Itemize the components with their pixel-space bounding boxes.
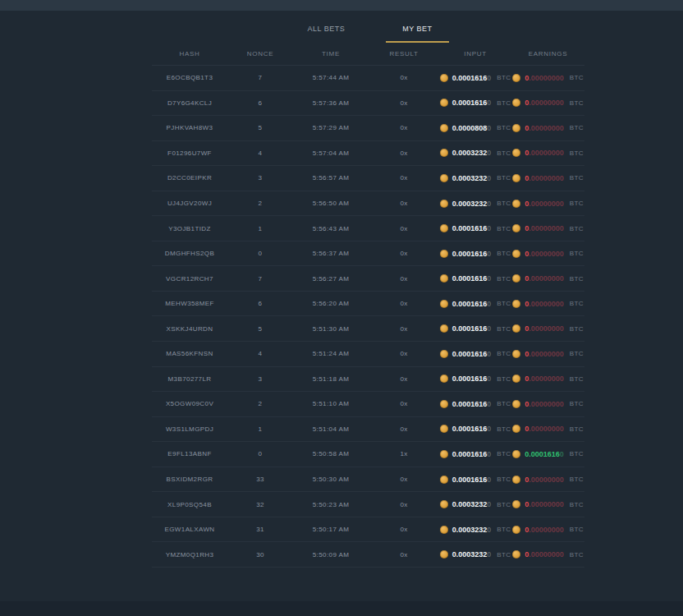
bitcoin-coin-icon xyxy=(512,174,520,182)
table-row: PJHKVAH8W3 5 5:57:29 AM 0x 0.00008080 BT… xyxy=(152,116,584,141)
bet-time: 5:56:37 AM xyxy=(293,250,369,257)
bet-earnings: 0.00000000 BTC xyxy=(511,99,584,107)
earnings-currency-label: BTC xyxy=(570,250,584,257)
earnings-currency-label: BTC xyxy=(570,400,584,407)
bitcoin-coin-icon xyxy=(440,99,448,107)
input-value: 0.00016160 xyxy=(452,350,492,358)
bet-time: 5:56:20 AM xyxy=(293,300,369,307)
bet-earnings: 0.00000000 BTC xyxy=(511,476,584,484)
bet-input: 0.00016160 BTC xyxy=(439,324,511,333)
earnings-currency-label: BTC xyxy=(570,526,584,533)
table-row: BSXIDM2RGR 33 5:50:30 AM 0x 0.00016160 B… xyxy=(152,467,584,493)
bet-input: 0.00016160 BTC xyxy=(439,274,511,283)
earnings-value: 0.00000000 xyxy=(525,74,564,82)
earnings-currency-label: BTC xyxy=(570,450,584,457)
bet-result: 0x xyxy=(369,300,439,307)
bet-time: 5:50:23 AM xyxy=(293,501,369,508)
bitcoin-coin-icon xyxy=(440,500,448,508)
bet-earnings: 0.00000000 BTC xyxy=(511,149,584,157)
input-currency-label: BTC xyxy=(497,526,511,533)
bitcoin-coin-icon xyxy=(440,450,448,458)
bet-hash: EGW1ALXAWN xyxy=(152,526,227,533)
bet-hash: MAS56KFNSN xyxy=(152,350,227,357)
bet-time: 5:56:50 AM xyxy=(293,200,369,207)
earnings-value: 0.00000000 xyxy=(525,174,564,182)
bet-nonce: 30 xyxy=(227,551,293,559)
bet-result: 0x xyxy=(369,149,439,157)
bet-result: 0x xyxy=(369,124,439,131)
earnings-currency-label: BTC xyxy=(570,476,584,483)
bet-result: 0x xyxy=(369,225,439,232)
table-row: MAS56KFNSN 4 5:51:24 AM 0x 0.00016160 BT… xyxy=(152,342,584,367)
bitcoin-coin-icon xyxy=(440,200,448,208)
earnings-currency-label: BTC xyxy=(570,350,584,357)
bet-time: 5:57:36 AM xyxy=(293,99,369,107)
tab-my-bet[interactable]: MY BET xyxy=(386,24,448,43)
earnings-value: 0.00000000 xyxy=(525,375,564,383)
bet-input: 0.00016160 BTC xyxy=(439,224,511,232)
bet-earnings: 0.00000000 BTC xyxy=(511,400,584,408)
input-value: 0.00016160 xyxy=(452,450,492,458)
input-currency-label: BTC xyxy=(497,225,511,232)
earnings-value: 0.00000000 xyxy=(525,550,564,559)
bet-hash: BSXIDM2RGR xyxy=(152,476,227,483)
bet-nonce: 1 xyxy=(227,425,293,433)
column-header-result: RESULT xyxy=(369,50,439,57)
bet-input: 0.00032320 BTC xyxy=(439,149,511,157)
bet-nonce: 7 xyxy=(227,275,293,283)
table-row: E9FL13ABNF 0 5:50:58 AM 1x 0.00016160 BT… xyxy=(152,442,584,467)
input-value: 0.00016160 xyxy=(452,99,492,107)
bitcoin-coin-icon xyxy=(440,274,448,283)
bet-input: 0.00016160 BTC xyxy=(439,99,511,107)
bet-time: 5:57:44 AM xyxy=(293,74,369,81)
bitcoin-coin-icon xyxy=(440,375,448,383)
bet-nonce: 3 xyxy=(227,375,293,383)
bet-earnings: 0.00000000 BTC xyxy=(511,174,584,182)
bet-time: 5:51:10 AM xyxy=(293,400,369,407)
input-value: 0.00016160 xyxy=(452,74,492,82)
bitcoin-coin-icon xyxy=(512,350,520,358)
earnings-value: 0.00000000 xyxy=(525,425,564,433)
earnings-value: 0.00000000 xyxy=(525,274,564,283)
bet-nonce: 4 xyxy=(227,149,293,157)
table-row: UJ4JGV20WJ 2 5:56:50 AM 0x 0.00032320 BT… xyxy=(152,191,584,217)
bet-hash: DMGHFHS2QB xyxy=(152,250,227,257)
bet-time: 5:57:04 AM xyxy=(293,149,369,157)
input-currency-label: BTC xyxy=(497,375,511,383)
bet-input: 0.00016160 BTC xyxy=(439,250,511,258)
bet-result: 0x xyxy=(369,501,439,508)
bet-hash: M3B70277LR xyxy=(152,375,227,383)
bet-earnings: 0.00000000 BTC xyxy=(511,274,584,283)
input-value: 0.00032320 xyxy=(452,200,492,208)
bet-earnings: 0.00000000 BTC xyxy=(511,324,584,333)
input-value: 0.00016160 xyxy=(452,476,492,484)
input-currency-label: BTC xyxy=(497,200,511,207)
bet-input: 0.00016160 BTC xyxy=(439,425,511,433)
table-row: D7Y6G4KCLJ 6 5:57:36 AM 0x 0.00016160 BT… xyxy=(152,91,584,117)
bet-input: 0.00016160 BTC xyxy=(439,350,511,358)
bet-earnings: 0.00016160 BTC xyxy=(511,450,584,458)
bitcoin-coin-icon xyxy=(440,250,448,258)
table-row: EGW1ALXAWN 31 5:50:17 AM 0x 0.00032320 B… xyxy=(152,517,584,543)
bitcoin-coin-icon xyxy=(512,74,520,82)
bet-time: 5:51:18 AM xyxy=(293,375,369,383)
bet-hash: E6OCBQB1T3 xyxy=(152,74,227,81)
bet-input: 0.00032320 BTC xyxy=(439,550,511,559)
bet-time: 5:50:17 AM xyxy=(293,526,369,533)
input-currency-label: BTC xyxy=(497,300,511,307)
bet-result: 0x xyxy=(369,250,439,257)
input-value: 0.00032320 xyxy=(452,526,492,534)
bitcoin-coin-icon xyxy=(512,224,520,232)
bitcoin-coin-icon xyxy=(440,400,448,408)
input-currency-label: BTC xyxy=(497,551,511,559)
earnings-currency-label: BTC xyxy=(570,501,584,508)
table-row: DMGHFHS2QB 0 5:56:37 AM 0x 0.00016160 BT… xyxy=(152,241,584,267)
tab-all-bets[interactable]: ALL BETS xyxy=(291,24,361,43)
bet-nonce: 4 xyxy=(227,350,293,357)
earnings-value: 0.00000000 xyxy=(525,476,564,484)
bet-nonce: 1 xyxy=(227,225,293,232)
bitcoin-coin-icon xyxy=(512,324,520,333)
bet-hash: X5OGW09C0V xyxy=(152,400,227,407)
earnings-currency-label: BTC xyxy=(570,149,584,157)
top-bar xyxy=(0,0,683,11)
